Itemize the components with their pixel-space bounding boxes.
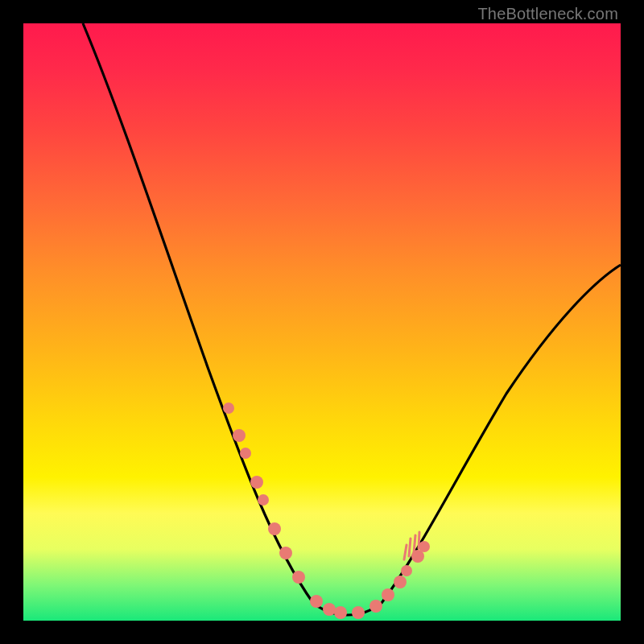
svg-point-13 [382,588,394,601]
svg-point-6 [279,547,292,559]
svg-point-9 [323,603,336,616]
svg-point-7 [292,571,305,584]
watermark-text: TheBottleneck.com [477,5,618,23]
svg-point-2 [240,448,251,459]
svg-point-1 [233,429,246,442]
svg-point-3 [250,476,263,489]
bottleneck-curve [83,23,621,615]
highlight-dots [223,402,430,619]
svg-point-14 [394,576,407,588]
svg-point-10 [334,606,347,619]
chart-svg [23,23,621,621]
svg-point-8 [310,595,323,608]
svg-point-17 [419,541,430,552]
outer-frame: TheBottleneck.com [0,0,644,644]
svg-point-5 [268,522,281,535]
svg-point-15 [401,565,412,576]
svg-point-4 [258,494,269,506]
svg-point-0 [223,402,234,414]
plot-area [23,23,621,621]
svg-point-11 [352,606,365,619]
svg-point-12 [369,600,382,613]
